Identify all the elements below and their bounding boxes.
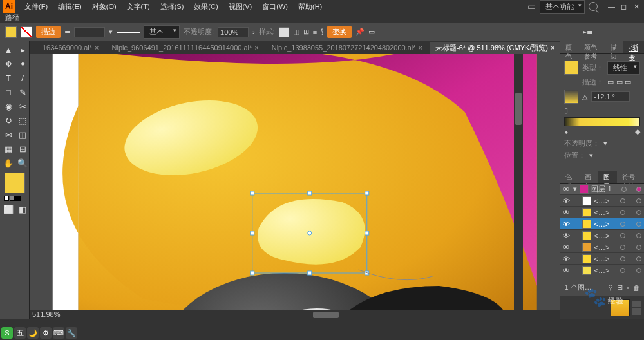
selection-tool[interactable]: ▲: [1, 42, 15, 57]
menu-object[interactable]: 对象(O): [87, 1, 122, 13]
zoom-tool[interactable]: 🔍: [15, 156, 30, 170]
transform-link[interactable]: 变换: [327, 26, 352, 38]
change-screen-icon[interactable]: ◧: [15, 202, 30, 216]
aspect-icon[interactable]: ▯: [564, 106, 568, 115]
target-icon[interactable]: [620, 233, 625, 238]
line-tool[interactable]: /: [15, 71, 30, 85]
mesh-tool[interactable]: ◫: [15, 128, 30, 142]
zoom-level[interactable]: 511.98%: [32, 310, 60, 318]
layer-row[interactable]: 👁<…>: [560, 241, 644, 253]
panel-tab-color[interactable]: 颜色: [560, 41, 578, 53]
style-swatch[interactable]: [279, 27, 289, 37]
doc-tab-3[interactable]: Nipic_13983055_20180727214204802000.ai*×: [267, 42, 428, 53]
workspace-dropdown[interactable]: 基本功能: [540, 0, 585, 14]
ime-icon[interactable]: S: [1, 327, 13, 339]
lasso-tool[interactable]: ✦: [15, 57, 30, 71]
visibility-icon[interactable]: 👁: [563, 185, 571, 193]
menu-file[interactable]: 文件(F): [19, 1, 53, 13]
stroke-link[interactable]: 描边: [36, 26, 61, 38]
gradient-swatch[interactable]: [564, 61, 578, 75]
pin-icon[interactable]: 📌: [355, 28, 365, 36]
caret-down-icon[interactable]: ≑: [64, 28, 70, 36]
visibility-icon[interactable]: 👁: [563, 267, 571, 274]
rotate-tool[interactable]: ◉: [1, 99, 15, 113]
layer-parent[interactable]: 👁 ▾ 图层 1: [560, 184, 644, 195]
fill-swatch[interactable]: [5, 26, 17, 38]
panel-tab-stroke[interactable]: 描边: [605, 41, 623, 53]
layer-row[interactable]: 👁<…>: [560, 230, 644, 241]
tray-icon-2[interactable]: ⚙: [40, 327, 52, 339]
rectangle-tool[interactable]: □: [1, 85, 15, 99]
horizontal-scrollbar[interactable]: 511.98%: [30, 310, 560, 319]
eyedropper-tool[interactable]: ⊞: [15, 142, 30, 156]
target-icon[interactable]: [620, 210, 625, 215]
gradient-slider[interactable]: [564, 117, 640, 126]
align-icon[interactable]: ≡: [313, 28, 317, 36]
visibility-icon[interactable]: 👁: [563, 232, 571, 240]
menu-view[interactable]: 视图(V): [223, 1, 258, 13]
perspective-tool[interactable]: ✉: [1, 128, 15, 142]
search-icon[interactable]: [589, 2, 598, 11]
maximize-icon[interactable]: ◻: [621, 3, 629, 10]
panel-tab-gradient[interactable]: ◦渐变: [623, 41, 644, 53]
layer-row[interactable]: 👁<…>: [560, 253, 644, 265]
doc-setup-icon[interactable]: ◫: [293, 28, 299, 36]
prefs-icon[interactable]: ⊞: [303, 28, 309, 36]
panel-tab-symbols[interactable]: 符号色块: [617, 171, 644, 183]
visibility-icon[interactable]: 👁: [563, 197, 571, 205]
direct-selection-tool[interactable]: ▸: [15, 42, 30, 57]
screen-mode-icon[interactable]: ⬜: [1, 202, 15, 216]
new-layer-icon[interactable]: ▫: [627, 284, 629, 292]
stroke-swatch[interactable]: [21, 26, 32, 38]
visibility-icon[interactable]: 👁: [563, 255, 571, 263]
canvas[interactable]: [30, 54, 560, 310]
panel-tab-guide[interactable]: 颜色参考: [579, 41, 605, 53]
vertical-scrollbar[interactable]: [514, 54, 523, 310]
target-icon[interactable]: [620, 222, 625, 227]
target-icon[interactable]: [620, 256, 625, 261]
menu-select[interactable]: 选择(S): [155, 1, 189, 13]
layer-row[interactable]: 👁<…>: [560, 207, 644, 218]
menu-help[interactable]: 帮助(H): [293, 1, 327, 13]
menu-window[interactable]: 窗口(W): [257, 1, 293, 13]
menu-edit[interactable]: 编辑(E): [53, 1, 87, 13]
visibility-icon[interactable]: 👁: [563, 220, 571, 228]
thumb-option-icon[interactable]: [632, 301, 641, 307]
target-icon[interactable]: [621, 187, 627, 192]
stroke-preview[interactable]: [117, 32, 140, 33]
path-icon[interactable]: ⟆: [321, 28, 323, 36]
hand-tool[interactable]: ✋: [1, 156, 15, 170]
tray-icon-1[interactable]: 🌙: [27, 327, 39, 339]
visibility-icon[interactable]: 👁: [563, 243, 571, 251]
minimize-icon[interactable]: —: [608, 3, 616, 10]
layer-row[interactable]: 👁<…>: [560, 218, 644, 230]
stroke-weight-input[interactable]: [74, 27, 105, 37]
tray-icon-4[interactable]: 🔧: [66, 327, 77, 339]
artboard-thumb[interactable]: [611, 299, 630, 316]
panel-tab-brushes[interactable]: 画笔: [580, 171, 598, 183]
doc-tab-4[interactable]: 未标题-6* @ 511.98% (CMYK/预览)×: [430, 42, 560, 54]
new-sublayer-icon[interactable]: ⊞: [617, 283, 623, 292]
angle-input[interactable]: [591, 91, 630, 102]
color-mode-swatches[interactable]: [4, 196, 25, 201]
delete-layer-icon[interactable]: 🗑: [633, 284, 640, 292]
tray-icon-3[interactable]: ⌨: [53, 327, 64, 339]
panel-tab-layers[interactable]: 图层: [598, 171, 617, 183]
gradient-preview-swatch[interactable]: [564, 90, 578, 104]
locate-layer-icon[interactable]: ⚲: [608, 283, 613, 292]
pencil-tool[interactable]: ✎: [15, 85, 30, 99]
isolate-icon[interactable]: ▭: [368, 28, 375, 36]
menu-type[interactable]: 文字(T): [122, 1, 155, 13]
gradient-tool[interactable]: ▦: [1, 142, 15, 156]
layer-row[interactable]: 👁<…>: [560, 265, 644, 276]
stroke-option-icon[interactable]: ▭ ▭ ▭: [607, 78, 630, 86]
visibility-icon[interactable]: 👁: [563, 209, 571, 216]
magic-wand-tool[interactable]: ✥: [1, 57, 15, 71]
type-tool[interactable]: T: [1, 71, 15, 85]
target-icon[interactable]: [620, 268, 625, 273]
gradient-type-dropdown[interactable]: 线性: [607, 61, 640, 75]
profile-dropdown[interactable]: 基本: [144, 25, 180, 39]
opacity-input[interactable]: [218, 27, 249, 37]
target-icon[interactable]: [620, 245, 625, 250]
doc-tab-2[interactable]: Nipic_9606491_20161111164450914000.ai*×: [107, 42, 264, 53]
